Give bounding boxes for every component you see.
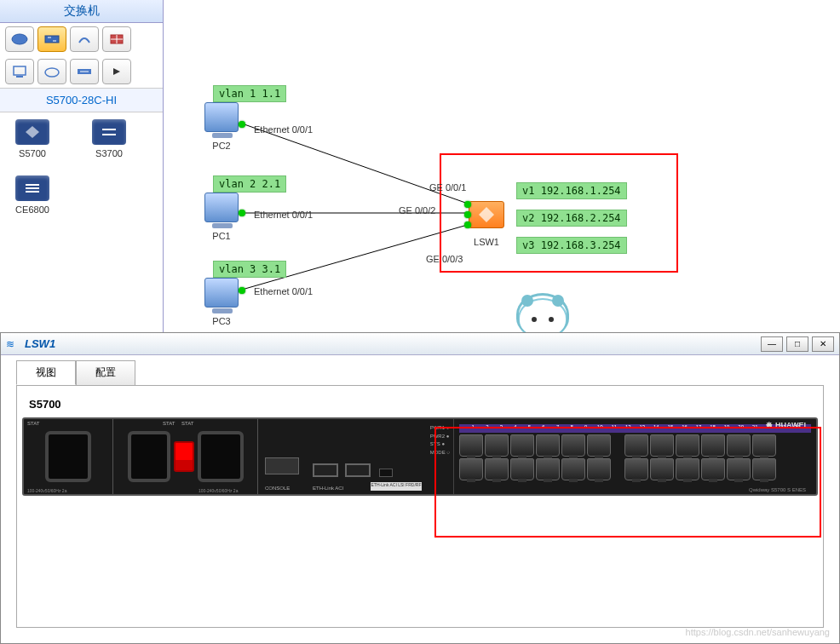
tab-view[interactable]: 视图 xyxy=(16,360,76,385)
psu-2: STAT STAT 100-240v50/60Hz 2a xyxy=(113,419,258,494)
iface-label-pc2: Ethernet 0/0/1 xyxy=(254,124,313,135)
port-dot xyxy=(239,121,245,128)
tool-row-2 xyxy=(0,55,163,88)
vip-v1: v1 192.168.1.254 xyxy=(516,182,627,199)
switch-model-label: S5700 xyxy=(29,398,818,411)
iface-label-pc3: Ethernet 0/0/1 xyxy=(254,286,313,296)
port-dot xyxy=(464,221,471,228)
iface-ge001: GE 0/0/1 xyxy=(429,182,466,193)
tool-row-1 xyxy=(0,23,163,55)
device-s5700[interactable]: S5700 xyxy=(7,119,58,158)
port-dot xyxy=(239,210,245,216)
management-section: CONSOLE ETH-Link ACI ETH-Link ACI LSI FR… xyxy=(258,419,454,494)
svg-rect-1 xyxy=(45,36,59,43)
wireless-icon[interactable] xyxy=(70,26,99,52)
maximize-button[interactable]: □ xyxy=(786,336,808,352)
node-lsw1[interactable]: LSW1 xyxy=(469,201,504,247)
device-s3700[interactable]: S3700 xyxy=(83,119,135,158)
titlebar[interactable]: ≋ LSW1 — □ ✕ xyxy=(1,333,839,355)
device-grid: S5700 S3700 CE6800 xyxy=(0,112,163,221)
hub-icon[interactable] xyxy=(70,59,99,84)
iface-ge002: GE 0/0/2 xyxy=(399,205,435,216)
power-switch-icon[interactable] xyxy=(174,441,194,472)
svg-point-9 xyxy=(45,68,59,77)
iface-label-pc1: Ethernet 0/0/1 xyxy=(254,210,313,220)
switch-icon[interactable] xyxy=(37,26,66,52)
tab-content-view: S5700 STAT 100-240v50/60Hz 2a STAT STAT … xyxy=(16,385,824,628)
close-button[interactable]: ✕ xyxy=(812,336,834,352)
node-pc1[interactable]: PC1 xyxy=(204,193,239,241)
pc-icon[interactable] xyxy=(5,59,34,84)
selected-device-label: S5700-28C-HI xyxy=(0,88,163,112)
watermark: https://blog.csdn.net/sanhewuyang xyxy=(686,627,830,637)
firewall-icon[interactable] xyxy=(102,26,131,52)
terminal-icon[interactable] xyxy=(102,59,131,84)
device-panel-window: ≋ LSW1 — □ ✕ 视图 配置 S5700 STAT 100-240v50… xyxy=(0,332,840,644)
node-pc3[interactable]: PC3 xyxy=(204,278,239,326)
svg-point-0 xyxy=(12,34,27,44)
annotation-box-ports xyxy=(434,427,821,538)
vip-v3: v3 192.168.3.254 xyxy=(516,237,627,254)
svg-rect-7 xyxy=(14,66,26,75)
vlan-tag-pc2: vlan 1 1.1 xyxy=(213,85,286,102)
iface-ge003: GE 0/0/3 xyxy=(426,254,463,264)
device-palette: 交换机 S5700-28C-HI S5700 S3700 xyxy=(0,0,164,332)
vip-v2: v2 192.168.2.254 xyxy=(516,210,627,227)
node-pc2[interactable]: PC2 xyxy=(204,102,239,151)
topology-canvas[interactable]: vlan 1 1.1 PC2 Ethernet 0/0/1 vlan 2 2.1… xyxy=(164,0,840,332)
palette-title: 交换机 xyxy=(0,0,163,23)
vlan-tag-pc1: vlan 2 2.1 xyxy=(213,175,286,193)
window-title: LSW1 xyxy=(25,337,761,350)
port-dot xyxy=(239,287,245,294)
port-dot xyxy=(464,201,471,208)
minimize-button[interactable]: — xyxy=(761,336,783,352)
app-icon: ≋ xyxy=(6,338,20,350)
cloud-icon[interactable] xyxy=(37,59,66,84)
tab-bar: 视图 配置 xyxy=(1,355,839,385)
tab-config[interactable]: 配置 xyxy=(76,360,135,385)
device-ce6800[interactable]: CE6800 xyxy=(7,175,58,215)
port-dot xyxy=(464,211,471,218)
vlan-tag-pc3: vlan 3 3.1 xyxy=(213,261,286,278)
router-icon[interactable] xyxy=(5,26,34,52)
psu-1: STAT 100-240v50/60Hz 2a xyxy=(24,419,113,494)
